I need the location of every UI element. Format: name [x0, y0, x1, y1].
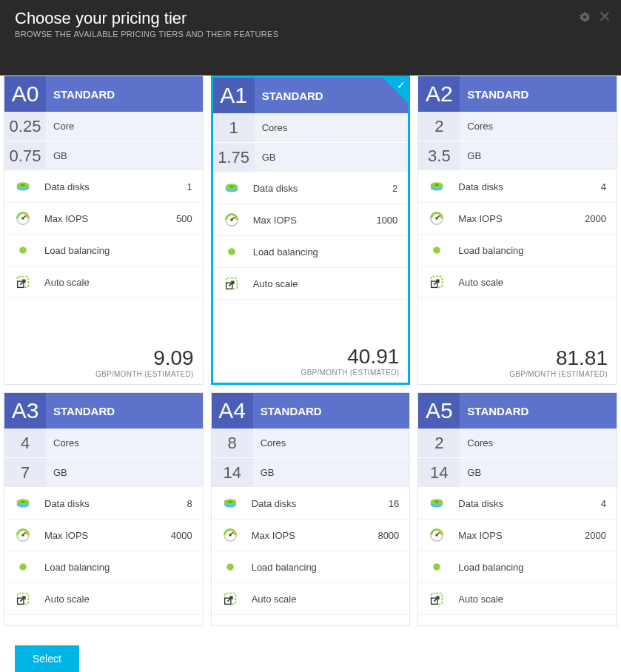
gb-label: GB [46, 458, 203, 487]
disks-label: Data disks [44, 498, 173, 509]
svg-rect-63 [432, 562, 442, 572]
auto-scale-label: Auto scale [44, 277, 192, 288]
cores-value: 2 [418, 429, 460, 457]
gear-icon[interactable] [578, 10, 591, 27]
iops-icon [222, 527, 238, 543]
iops-value: 2000 [585, 530, 606, 541]
pricing-tier-card[interactable]: ✓ A1 STANDARD 1 Cores 1.75 GB Data disks… [211, 75, 411, 385]
auto-scale-icon [224, 275, 240, 292]
disks-value: 2 [392, 183, 397, 194]
svg-point-15 [229, 186, 234, 187]
iops-label: Max IOPS [458, 530, 571, 541]
svg-rect-52 [225, 562, 235, 572]
load-balancing-icon [429, 559, 445, 575]
svg-point-4 [21, 184, 25, 186]
select-button[interactable]: Select [15, 645, 79, 672]
footer: Select [0, 634, 621, 672]
load-balancing-label: Load balancing [252, 562, 400, 573]
iops-value: 1000 [376, 215, 397, 226]
pricing-tier-card[interactable]: ✓ A2 STANDARD 2 Cores 3.5 GB Data disks … [417, 75, 617, 385]
tier-label: STANDARD [460, 393, 617, 429]
cores-value: 0.25 [4, 112, 46, 141]
auto-scale-icon [15, 274, 31, 290]
price-value: 40.91 [222, 345, 400, 369]
disks-label: Data disks [44, 181, 173, 192]
svg-point-26 [435, 184, 440, 186]
cores-label: Cores [255, 113, 409, 142]
svg-rect-19 [226, 247, 236, 257]
tier-label: STANDARD [46, 76, 203, 112]
auto-scale-label: Auto scale [458, 594, 606, 605]
cores-label: Cores [46, 429, 203, 457]
iops-label: Max IOPS [44, 530, 158, 541]
load-balancing-label: Load balancing [44, 245, 192, 256]
cores-value: 4 [4, 429, 46, 457]
svg-point-37 [21, 501, 25, 503]
pricing-tier-card[interactable]: ✓ A0 STANDARD 0.25 Core 0.75 GB Data dis… [4, 75, 204, 385]
cores-label: Cores [460, 429, 617, 457]
pricing-tier-card[interactable]: ✓ A3 STANDARD 4 Cores 7 GB Data disks 8 … [4, 392, 204, 626]
disk-icon [429, 495, 445, 511]
price-box: 81.81 GBP/MONTH (ESTIMATED) [418, 342, 617, 384]
tier-code: A3 [4, 393, 46, 429]
tier-code: A2 [418, 76, 460, 112]
disks-value: 4 [601, 181, 606, 192]
price-box: 40.91 GBP/MONTH (ESTIMATED) [213, 340, 409, 383]
svg-point-59 [435, 501, 440, 503]
price-value: 81.81 [427, 346, 608, 370]
auto-scale-label: Auto scale [253, 278, 398, 289]
auto-scale-icon [222, 591, 238, 607]
disks-value: 8 [187, 498, 192, 509]
cores-label: Cores [253, 429, 410, 457]
gb-value: 0.75 [4, 141, 46, 170]
gb-label: GB [46, 141, 203, 170]
gb-label: GB [255, 143, 409, 172]
gb-value: 1.75 [213, 143, 255, 172]
iops-icon [224, 212, 240, 228]
gb-value: 14 [418, 458, 460, 487]
iops-icon [429, 527, 445, 543]
disks-value: 1 [187, 181, 192, 192]
iops-value: 500 [176, 213, 192, 224]
tier-label: STANDARD [46, 393, 203, 429]
load-balancing-icon [15, 559, 31, 575]
pricing-tier-card[interactable]: ✓ A5 STANDARD 2 Cores 14 GB Data disks 4… [417, 392, 617, 626]
auto-scale-icon [429, 274, 445, 290]
tier-code: A4 [212, 393, 253, 429]
gb-label: GB [460, 458, 617, 487]
iops-value: 8000 [377, 530, 399, 541]
load-balancing-label: Load balancing [458, 562, 606, 573]
page-subtitle: BROWSE THE AVAILABLE PRICING TIERS AND T… [15, 30, 606, 38]
auto-scale-label: Auto scale [458, 277, 606, 288]
svg-rect-30 [432, 246, 442, 255]
disk-icon [222, 495, 238, 511]
cores-label: Core [46, 112, 203, 141]
price-box: 9.09 GBP/MONTH (ESTIMATED) [4, 342, 203, 384]
iops-icon [429, 210, 445, 226]
disks-label: Data disks [458, 181, 587, 192]
iops-icon [15, 210, 31, 226]
auto-scale-icon [15, 591, 31, 607]
pricing-grid: ✓ A0 STANDARD 0.25 Core 0.75 GB Data dis… [0, 75, 621, 634]
svg-point-48 [228, 501, 232, 503]
auto-scale-label: Auto scale [252, 594, 400, 605]
load-balancing-icon [222, 559, 238, 575]
load-balancing-label: Load balancing [458, 245, 606, 256]
price-suffix: GBP/MONTH (ESTIMATED) [13, 370, 194, 378]
pricing-tier-card[interactable]: ✓ A4 STANDARD 8 Cores 14 GB Data disks 1… [211, 392, 411, 626]
auto-scale-label: Auto scale [44, 594, 192, 605]
disk-icon [15, 495, 31, 511]
disks-label: Data disks [252, 498, 375, 509]
auto-scale-icon [429, 591, 445, 607]
iops-label: Max IOPS [44, 213, 163, 224]
svg-rect-41 [19, 562, 28, 572]
iops-label: Max IOPS [253, 215, 363, 226]
tier-code: A1 [213, 78, 255, 113]
disks-value: 4 [601, 498, 606, 509]
price-value: 9.09 [13, 346, 194, 370]
load-balancing-icon [224, 243, 240, 260]
gb-value: 3.5 [418, 141, 460, 170]
load-balancing-label: Load balancing [253, 246, 398, 258]
close-icon[interactable] [599, 10, 611, 27]
dialog-header: Choose your pricing tier BROWSE THE AVAI… [0, 0, 621, 75]
